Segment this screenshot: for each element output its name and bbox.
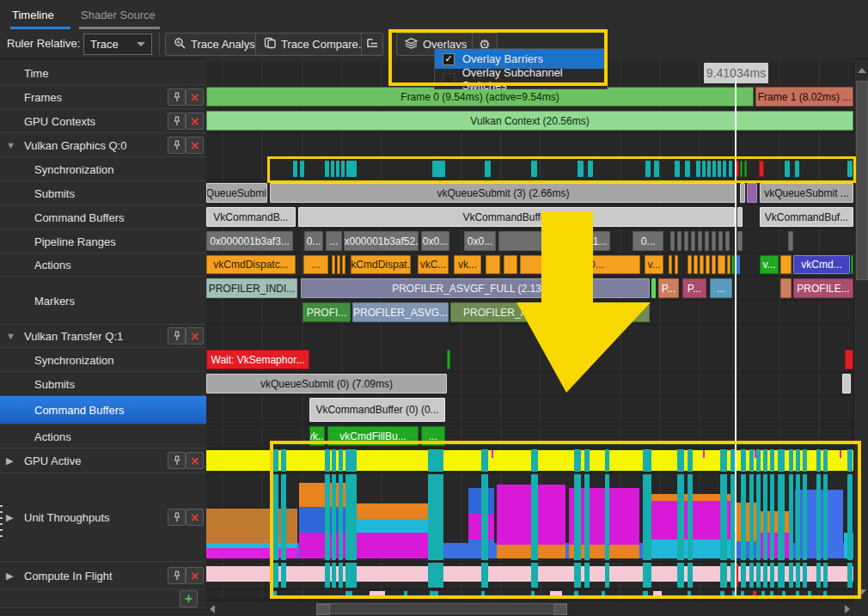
timeline-bar[interactable] bbox=[698, 231, 702, 251]
sidebar-row-actions-gfx[interactable]: Actions bbox=[0, 253, 206, 277]
timeline-bar[interactable]: 0x000001b3af3... bbox=[206, 231, 293, 251]
close-button[interactable]: × bbox=[186, 137, 204, 154]
sidebar-row-gpu-active[interactable]: ▶GPU Active× bbox=[0, 448, 206, 473]
timeline-bar[interactable] bbox=[485, 161, 491, 177]
timeline-bar[interactable]: ... bbox=[326, 231, 342, 251]
pin-button[interactable] bbox=[168, 327, 186, 345]
timeline-bar[interactable]: 0x0... bbox=[464, 231, 496, 251]
timeline-bar[interactable] bbox=[332, 255, 335, 274]
timeline-bar[interactable]: VkCommandB... bbox=[206, 207, 296, 227]
sidebar-row-gpu-contexts[interactable]: GPU Contexts× bbox=[0, 109, 206, 133]
sidebar-row-time[interactable]: Time bbox=[0, 62, 206, 85]
timeline-bar[interactable]: 0x0... bbox=[421, 231, 449, 251]
timeline-bar[interactable] bbox=[759, 161, 764, 177]
timeline-bar[interactable] bbox=[651, 278, 656, 298]
sidebar-row-submits-gfx[interactable]: Submits bbox=[0, 181, 206, 205]
tree-view-button[interactable] bbox=[361, 33, 383, 56]
sidebar-row-cmdbuf-gfx[interactable]: Command Buffers bbox=[0, 205, 206, 229]
timeline-bar[interactable]: 0x000001b3af52... bbox=[344, 231, 419, 251]
expander-expanded-icon[interactable]: ▼ bbox=[6, 331, 15, 341]
timeline-bar[interactable] bbox=[845, 350, 853, 369]
timeline-bar[interactable] bbox=[727, 255, 730, 274]
scroll-left-icon[interactable] bbox=[210, 605, 215, 613]
sidebar-row-compute-in-flight[interactable]: ▶Compute In Flight× bbox=[0, 562, 206, 589]
timeline-bar[interactable] bbox=[785, 161, 790, 177]
timeline-bar[interactable] bbox=[847, 161, 853, 177]
timeline-bar[interactable]: vkCmdD... bbox=[520, 255, 640, 274]
sidebar-row-markers[interactable]: Markers bbox=[0, 277, 206, 325]
timeline-bar[interactable]: vkQueueSubmit... bbox=[206, 183, 267, 203]
timeline-bar[interactable] bbox=[723, 161, 726, 177]
timeline-bar[interactable]: P... bbox=[682, 278, 706, 298]
timeline-bar[interactable]: vk... bbox=[454, 255, 481, 274]
timeline-bar[interactable]: v... bbox=[645, 255, 663, 274]
timeline-bar[interactable] bbox=[588, 161, 593, 177]
timeline-bar[interactable] bbox=[504, 255, 517, 274]
timeline-bar[interactable]: Frame 1 (8.02ms) ... bbox=[755, 87, 853, 107]
timeline-bar[interactable] bbox=[531, 161, 537, 177]
timeline-bar[interactable] bbox=[669, 255, 672, 274]
timeline-bar[interactable]: vkQueueSubmit (0) (7.09ms) bbox=[206, 374, 447, 393]
sidebar-row-pipeline-ranges[interactable]: Pipeline Ranges bbox=[0, 229, 206, 253]
scroll-down-icon[interactable] bbox=[858, 589, 866, 595]
timeline-bar[interactable]: 0... bbox=[304, 231, 323, 251]
timeline-bar[interactable] bbox=[780, 278, 792, 298]
timeline-bar[interactable]: ... bbox=[421, 426, 445, 446]
timeline-bar[interactable] bbox=[737, 231, 743, 251]
timeline-bar[interactable] bbox=[780, 255, 792, 274]
horizontal-scrollbar[interactable] bbox=[206, 601, 853, 616]
timeline-bar[interactable] bbox=[712, 231, 716, 251]
scrollbar-grip[interactable] bbox=[553, 604, 567, 615]
timeline-bar[interactable] bbox=[342, 255, 345, 274]
sidebar-row-cmdbuf-xfer[interactable]: Command Buffers bbox=[0, 396, 206, 424]
sidebar-row-submits-xfer[interactable]: Submits bbox=[0, 372, 206, 396]
checkbox-checked-icon[interactable]: ✓ bbox=[443, 53, 455, 65]
timeline-bar[interactable] bbox=[718, 255, 725, 274]
sidebar-row-sync-xfer[interactable]: Synchronization bbox=[0, 348, 206, 372]
timeline-bar[interactable] bbox=[336, 161, 339, 177]
timeline-bar[interactable] bbox=[707, 161, 711, 177]
timeline-bar[interactable] bbox=[740, 161, 743, 177]
timeline-bar[interactable] bbox=[654, 161, 659, 177]
timeline-bar[interactable] bbox=[718, 231, 723, 251]
scroll-up-icon[interactable] bbox=[858, 68, 866, 73]
timeline-bar[interactable] bbox=[685, 161, 690, 177]
timeline-bar[interactable]: vkCmdFillBu... bbox=[327, 426, 419, 446]
playhead-line[interactable] bbox=[735, 76, 737, 599]
timeline-bar[interactable] bbox=[337, 255, 340, 274]
timeline-bar[interactable]: vk... bbox=[309, 426, 325, 446]
tab-shader-source[interactable]: Shader Source bbox=[79, 5, 160, 26]
timeline-bar[interactable]: 0x000001... bbox=[550, 231, 610, 251]
timeline-bar[interactable] bbox=[498, 231, 547, 251]
scrollbar-grip[interactable] bbox=[316, 604, 330, 615]
ruler-relative-select[interactable]: Trace bbox=[83, 34, 152, 55]
timeline-bar[interactable]: PROFI... bbox=[303, 302, 351, 322]
timeline-bar[interactable]: P... bbox=[658, 278, 679, 298]
timeline-bar[interactable] bbox=[737, 255, 740, 274]
sidebar-row-frames[interactable]: Frames× bbox=[0, 85, 206, 109]
sidebar-row-unit-throughputs[interactable]: ▶Unit Throughputs× bbox=[0, 473, 206, 562]
timeline-bar[interactable] bbox=[729, 161, 732, 177]
sidebar-row-add-row[interactable]: + bbox=[0, 589, 206, 608]
timeline-bar[interactable] bbox=[432, 161, 445, 177]
sidebar-row-vulkan-transfer-q1[interactable]: ▼Vulkan Transfer Q:1× bbox=[0, 325, 206, 348]
timeline-bar[interactable]: Vulkan Context (20.56ms) bbox=[206, 111, 853, 131]
timeline-bar[interactable]: PROFILER_INDI... bbox=[206, 278, 297, 298]
timeline-bar[interactable] bbox=[300, 161, 304, 177]
timeline-bar[interactable]: 0... bbox=[633, 231, 663, 251]
timeline-bar[interactable] bbox=[705, 231, 709, 251]
timeline-bar[interactable] bbox=[706, 255, 710, 274]
timeline-bar[interactable] bbox=[725, 231, 730, 251]
timeline-bar[interactable]: VkCommandBuffer (3... bbox=[298, 207, 735, 227]
menu-item-overlay-subchannel-switches[interactable]: ✓ Overlay Subchannel Switches bbox=[435, 69, 607, 88]
sidebar-row-vulkan-graphics-q0[interactable]: ▼Vulkan Graphics Q:0× bbox=[0, 133, 206, 157]
timeline-bar[interactable]: PROFILER_ASVG... bbox=[352, 302, 449, 322]
timeline-bar[interactable] bbox=[325, 161, 329, 177]
timeline-bar[interactable] bbox=[675, 255, 678, 274]
timeline-bar[interactable] bbox=[684, 231, 688, 251]
timeline-bar[interactable] bbox=[645, 161, 651, 177]
scroll-right-icon[interactable] bbox=[845, 605, 850, 613]
tab-timeline[interactable]: Timeline bbox=[10, 5, 70, 26]
timeline-bar[interactable] bbox=[718, 161, 721, 177]
expander-collapsed-icon[interactable]: ▶ bbox=[6, 512, 13, 523]
